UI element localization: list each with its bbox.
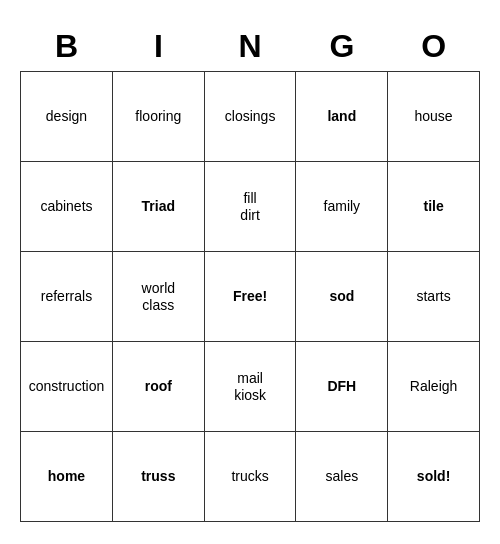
bingo-cell: construction	[21, 342, 113, 432]
bingo-cell: Triad	[112, 162, 204, 252]
bingo-cell: family	[296, 162, 388, 252]
bingo-cell: closings	[204, 72, 296, 162]
bingo-cell: flooring	[112, 72, 204, 162]
bingo-card: BINGO designflooringclosingslandhousecab…	[20, 22, 480, 522]
bingo-cell: filldirt	[204, 162, 296, 252]
table-row: cabinetsTriadfilldirtfamilytile	[21, 162, 480, 252]
table-row: hometrusstruckssalessold!	[21, 432, 480, 522]
header-letter: B	[21, 22, 113, 72]
header-row: BINGO	[21, 22, 480, 72]
header-letter: I	[112, 22, 204, 72]
bingo-cell: referrals	[21, 252, 113, 342]
header-letter: G	[296, 22, 388, 72]
bingo-cell: DFH	[296, 342, 388, 432]
bingo-cell: sales	[296, 432, 388, 522]
bingo-cell: home	[21, 432, 113, 522]
bingo-cell: starts	[388, 252, 480, 342]
bingo-cell: cabinets	[21, 162, 113, 252]
table-row: designflooringclosingslandhouse	[21, 72, 480, 162]
bingo-cell: sold!	[388, 432, 480, 522]
header-letter: O	[388, 22, 480, 72]
bingo-cell: design	[21, 72, 113, 162]
bingo-cell: mailkiosk	[204, 342, 296, 432]
bingo-cell: tile	[388, 162, 480, 252]
bingo-cell: Free!	[204, 252, 296, 342]
bingo-cell: roof	[112, 342, 204, 432]
bingo-cell: Raleigh	[388, 342, 480, 432]
table-row: constructionroofmailkioskDFHRaleigh	[21, 342, 480, 432]
header-letter: N	[204, 22, 296, 72]
bingo-cell: land	[296, 72, 388, 162]
bingo-cell: truss	[112, 432, 204, 522]
bingo-cell: house	[388, 72, 480, 162]
table-row: referralsworldclassFree!sodstarts	[21, 252, 480, 342]
bingo-cell: worldclass	[112, 252, 204, 342]
bingo-cell: sod	[296, 252, 388, 342]
bingo-cell: trucks	[204, 432, 296, 522]
